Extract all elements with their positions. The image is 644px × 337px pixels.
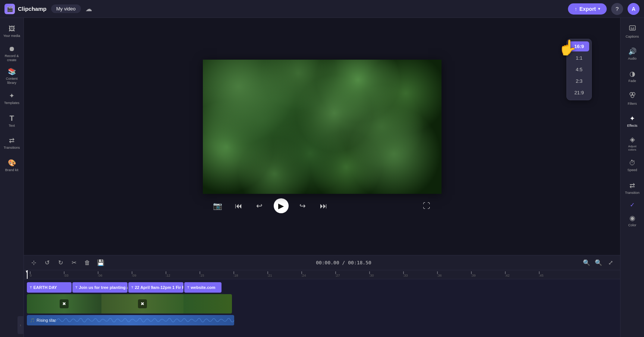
rs-item-captions[interactable]: Captions <box>622 21 643 42</box>
video-segment-2[interactable]: ✖ <box>101 294 183 314</box>
cloud-icon[interactable]: ☁ <box>85 5 92 13</box>
svg-rect-1 <box>631 28 632 28</box>
undo-button[interactable]: ↺ <box>42 258 52 268</box>
timeline-playhead[interactable] <box>27 270 28 279</box>
ruler-mark-24: :24 <box>301 271 335 278</box>
fade-label: Fade <box>628 79 636 83</box>
forward-button[interactable]: ↪ <box>296 199 310 212</box>
rs-item-effects[interactable]: ✦ Effects <box>622 110 643 131</box>
rs-item-adjust-colors[interactable]: ◈ Adjustcolors <box>622 133 643 154</box>
aspect-ratio-21-9[interactable]: 21:9 <box>569 88 589 98</box>
topbar-right: ↑ Export ▾ ? A <box>568 3 640 15</box>
adjust-colors-label: Adjustcolors <box>628 145 636 151</box>
preview-area: 📷 ⏮ ↩ ▶ ↪ ⏭ ⛶ 16:9 1:1 4:5 2:3 21:9 <box>24 18 620 255</box>
ruler-mark-21: :21 <box>267 271 301 278</box>
sidebar-item-content-library[interactable]: 📚 Contentlibrary <box>1 66 22 86</box>
text-clip-label-1: EARTH DAY <box>34 285 57 290</box>
fit-button[interactable]: ⤢ <box>605 258 616 268</box>
text-track-content: T EARTH DAY T Join us for tree planting … <box>27 282 617 293</box>
rs-item-filters[interactable]: Filters <box>622 88 643 109</box>
rs-item-audio[interactable]: 🔊 Audio <box>622 43 643 64</box>
video-tab[interactable]: My video <box>51 4 81 13</box>
delete-button[interactable]: 🗑 <box>82 258 92 268</box>
logo-icon: 🎬 <box>4 4 15 14</box>
timeline-area: ⊹ ↺ ↻ ✂ 🗑 💾 00:00.00 / 00:18.50 🔍 🔍 ⤢ <box>24 255 620 337</box>
text-clip-april[interactable]: T 22 April 9am-12pm 1 Fir Rd. <box>128 282 183 293</box>
timeline-toolbar: ⊹ ↺ ↻ ✂ 🗑 💾 00:00.00 / 00:18.50 🔍 🔍 ⤢ <box>24 255 620 270</box>
text-clip-label-4: website.com <box>191 285 216 290</box>
rs-item-color[interactable]: ◉ Color <box>622 210 643 231</box>
content-area: 📷 ⏮ ↩ ▶ ↪ ⏭ ⛶ 16:9 1:1 4:5 2:3 21:9 <box>24 18 620 337</box>
text-clip-icon-3: T <box>131 286 133 289</box>
skip-back-button[interactable]: ⏮ <box>232 199 245 212</box>
text-icon: T <box>9 114 14 123</box>
export-icon: ↑ <box>575 6 577 12</box>
zoom-in-button[interactable]: 🔍 <box>593 258 604 268</box>
rs-item-transition[interactable]: ⇄ Transition <box>622 177 643 198</box>
fullscreen-button[interactable]: ⛶ <box>420 199 433 212</box>
text-track-row: T EARTH DAY T Join us for tree planting … <box>27 282 617 293</box>
audio-clip[interactable]: 🎵 Rising star <box>27 315 234 325</box>
video-segment-1[interactable]: ✖ <box>27 294 101 314</box>
play-button[interactable]: ▶ <box>274 198 289 213</box>
sidebar-item-text[interactable]: T Text <box>1 110 22 131</box>
audio-waveform <box>49 315 234 325</box>
text-clip-icon-2: T <box>75 286 78 289</box>
ruler-mark-18: :18 <box>233 271 267 278</box>
save-button[interactable]: 💾 <box>95 258 106 268</box>
select-tool-button[interactable]: ⊹ <box>28 258 39 268</box>
audio-clip-name: Rising star <box>37 318 56 322</box>
camera-icon-button[interactable]: 📷 <box>211 199 224 212</box>
ruler-mark-36: :36 <box>437 271 471 278</box>
templates-icon: ✦ <box>9 92 15 100</box>
ruler-mark-06: :06 <box>98 271 132 278</box>
aspect-ratio-1-1[interactable]: 1:1 <box>569 53 589 63</box>
app-logo[interactable]: 🎬 Clipchamp <box>4 4 47 14</box>
rs-item-fade[interactable]: ◑ Fade <box>622 66 643 86</box>
text-clip-earth-day[interactable]: T EARTH DAY <box>27 282 72 293</box>
ruler-mark-09: :09 <box>132 271 166 278</box>
speed-label: Speed <box>627 168 637 172</box>
your-media-icon: 🖼 <box>9 25 15 33</box>
text-clip-website[interactable]: T website.com <box>184 282 222 293</box>
rewind-button[interactable]: ↩ <box>253 199 266 212</box>
aspect-ratio-2-3[interactable]: 2:3 <box>569 76 589 86</box>
sidebar-item-record-create[interactable]: ⏺ Record &create <box>1 43 22 64</box>
redo-button[interactable]: ↻ <box>55 258 66 268</box>
sidebar-expand-toggle[interactable]: › <box>18 316 23 334</box>
sidebar-item-your-media[interactable]: 🖼 Your media <box>1 21 22 42</box>
cut-button[interactable]: ✂ <box>69 258 79 268</box>
user-avatar[interactable]: A <box>628 3 640 15</box>
audio-label: 🎵 Rising star <box>30 318 56 323</box>
zoom-out-button[interactable]: 🔍 <box>581 258 592 268</box>
transition-icon: ⇄ <box>629 182 635 190</box>
aspect-ratio-4-5[interactable]: 4:5 <box>569 64 589 75</box>
sidebar-item-templates[interactable]: ✦ Templates <box>1 88 22 109</box>
help-button[interactable]: ? <box>611 3 623 15</box>
ruler-mark-12: :12 <box>166 271 200 278</box>
content-label: Contentlibrary <box>6 77 18 85</box>
sidebar-item-brand-kit[interactable]: 🎨 Brand kit <box>1 155 22 176</box>
skip-forward-button[interactable]: ⏭ <box>317 199 330 212</box>
svg-rect-0 <box>629 26 635 30</box>
captions-label: Captions <box>626 35 639 38</box>
ruler-mark-03: :03 <box>64 271 98 278</box>
text-clip-join-us[interactable]: T Join us for tree planting at <box>72 282 128 293</box>
text-clip-label-3: 22 April 9am-12pm 1 Fir Rd. <box>135 285 184 290</box>
video-track[interactable]: ✖ ✖ <box>27 294 232 314</box>
aspect-ratio-16-9[interactable]: 16:9 <box>569 41 589 51</box>
ruler-mark-33: :33 <box>403 271 437 278</box>
confirm-button[interactable]: ✓ <box>630 201 635 208</box>
ruler-mark-45: :45 <box>539 271 573 278</box>
topbar: 🎬 Clipchamp My video ☁ ↑ Export ▾ ? A <box>0 0 644 18</box>
ruler-mark-0: 0 <box>30 271 64 278</box>
rs-item-speed[interactable]: ⏱ Speed <box>622 155 643 176</box>
right-sidebar: Captions 🔊 Audio ◑ Fade Filters ✦ Effect… <box>620 18 644 337</box>
ruler-mark-15: :15 <box>200 271 233 278</box>
video-track-row: ✖ ✖ <box>27 294 617 314</box>
export-button[interactable]: ↑ Export ▾ <box>568 3 607 15</box>
video-segment-3[interactable] <box>183 294 232 314</box>
transitions-icon: ⇄ <box>9 136 15 145</box>
sidebar-item-transitions[interactable]: ⇄ Transitions <box>1 133 22 154</box>
content-icon: 📚 <box>8 67 16 76</box>
